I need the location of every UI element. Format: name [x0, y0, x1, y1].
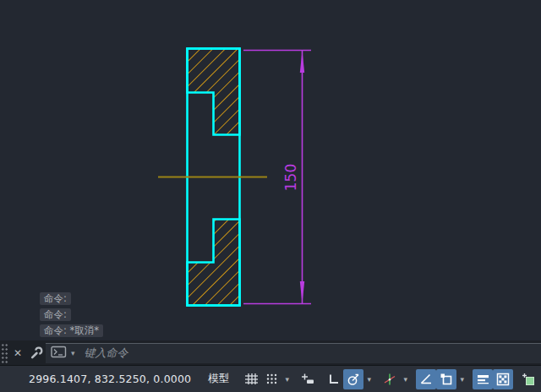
- grid-icon[interactable]: [241, 369, 261, 389]
- dynamic-input-icon[interactable]: [298, 369, 318, 389]
- lineweight-icon[interactable]: [473, 369, 493, 389]
- part-drawing: 150: [0, 0, 541, 340]
- section-hatch-top: [188, 49, 240, 135]
- status-toggles: ▾ ▾: [241, 369, 541, 389]
- model-space-button[interactable]: 模型: [203, 368, 234, 390]
- object-snap-tracking-icon[interactable]: [416, 369, 436, 389]
- drag-grip-icon[interactable]: [1, 343, 8, 363]
- snap-mode-icon[interactable]: [261, 369, 281, 389]
- isometric-dropdown-icon[interactable]: ▾: [400, 369, 411, 389]
- command-bar: ✕ ▾ 键入命令: [0, 340, 541, 365]
- close-icon[interactable]: ✕: [8, 347, 27, 359]
- snap-dropdown-icon[interactable]: ▾: [281, 369, 292, 389]
- customize-wrench-icon[interactable]: [27, 346, 46, 360]
- command-history-line: 命令: *取消*: [40, 324, 103, 337]
- isometric-drafting-icon[interactable]: [380, 369, 400, 389]
- selection-cycling-icon[interactable]: [518, 369, 538, 389]
- command-input-placeholder: 键入命令: [85, 346, 128, 361]
- command-history-line: 命令:: [40, 308, 71, 321]
- command-history: 命令: 命令: 命令: *取消*: [40, 292, 103, 337]
- dimension-text: 150: [282, 164, 299, 191]
- recent-commands-dropdown-icon[interactable]: ▾: [68, 349, 78, 357]
- transparency-icon[interactable]: [493, 369, 513, 389]
- command-input[interactable]: ▾ 键入命令: [46, 343, 541, 363]
- command-prompt-icon[interactable]: [51, 346, 67, 362]
- drawing-canvas[interactable]: 150 命令: 命令: 命令: *取消*: [0, 0, 541, 340]
- section-hatch-bottom: [188, 220, 240, 306]
- status-bar: 2996.1407, 832.5250, 0.0000 模型 ▾: [0, 365, 541, 392]
- polar-tracking-icon[interactable]: [343, 369, 363, 389]
- object-snap-icon[interactable]: [436, 369, 456, 389]
- polar-dropdown-icon[interactable]: ▾: [363, 369, 374, 389]
- ortho-mode-icon[interactable]: [323, 369, 343, 389]
- object-snap-dropdown-icon[interactable]: ▾: [456, 369, 467, 389]
- autocad-window: 150 命令: 命令: 命令: *取消* ✕ ▾: [0, 0, 541, 392]
- cursor-coordinates: 2996.1407, 832.5250, 0.0000: [29, 373, 191, 385]
- command-history-line: 命令:: [40, 292, 71, 305]
